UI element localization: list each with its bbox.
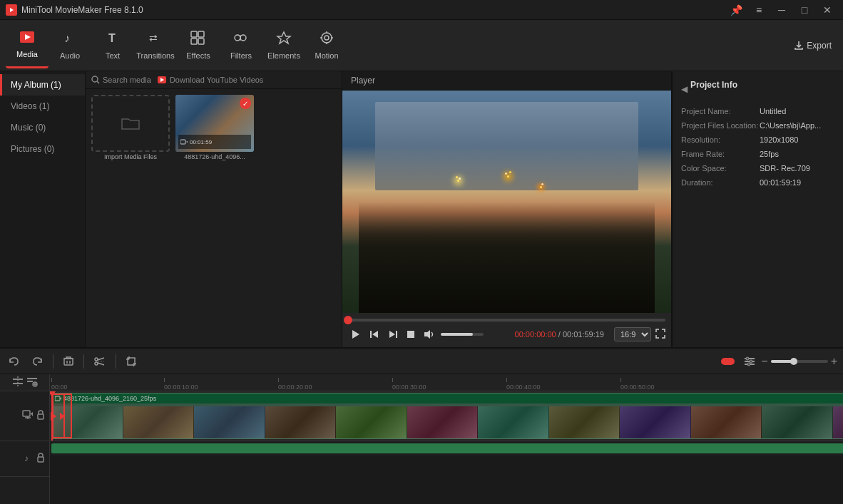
svg-point-12 bbox=[240, 35, 246, 41]
snap-button[interactable] bbox=[12, 376, 24, 389]
clip-thumbnail-strip bbox=[52, 406, 843, 438]
fullscreen-button[interactable] bbox=[655, 329, 665, 341]
zoom-out-button[interactable]: − bbox=[761, 355, 767, 368]
prev-frame-button[interactable] bbox=[367, 328, 382, 341]
import-media-label: Import Media Files bbox=[104, 153, 157, 160]
svg-rect-8 bbox=[198, 31, 204, 37]
info-label-5: Duration: bbox=[681, 178, 760, 187]
play-button[interactable] bbox=[348, 328, 364, 341]
tool-effects[interactable]: Effects bbox=[177, 23, 220, 68]
import-media-button[interactable] bbox=[91, 95, 170, 152]
maximize-button[interactable]: □ bbox=[795, 0, 814, 20]
zoom-in-button[interactable]: + bbox=[831, 355, 837, 368]
audio-bar-track bbox=[50, 441, 843, 456]
video-clip-0[interactable]: 4881726-uhd_4096_2160_25fps bbox=[51, 393, 843, 439]
tool-elements[interactable]: Elements bbox=[262, 23, 305, 68]
svg-marker-13 bbox=[277, 32, 290, 43]
info-value-0: Untitled bbox=[760, 107, 786, 115]
app-icon bbox=[6, 4, 17, 16]
volume-button[interactable] bbox=[421, 328, 438, 341]
download-youtube-label: Download YouTube Videos bbox=[170, 76, 264, 84]
svg-point-11 bbox=[235, 35, 240, 41]
audio-track bbox=[50, 456, 843, 491]
volume-slider[interactable] bbox=[441, 333, 484, 336]
delete-button[interactable] bbox=[61, 355, 76, 368]
tool-filters[interactable]: Filters bbox=[220, 23, 262, 68]
crop-button[interactable] bbox=[123, 355, 139, 368]
tool-text-label: Text bbox=[106, 51, 120, 60]
menu-button[interactable]: ≡ bbox=[749, 0, 769, 20]
stop-button[interactable] bbox=[404, 329, 418, 340]
video-track-lock[interactable] bbox=[36, 410, 45, 422]
window-controls: 📌 ≡ ─ □ ✕ bbox=[726, 0, 837, 20]
nav-my-album[interactable]: My Album (1) bbox=[0, 74, 85, 96]
next-frame-button[interactable] bbox=[385, 328, 401, 341]
tool-text[interactable]: T Text bbox=[91, 23, 134, 68]
nav-pictures[interactable]: Pictures (0) bbox=[0, 138, 85, 160]
undo-button[interactable] bbox=[6, 355, 23, 368]
svg-point-56 bbox=[747, 363, 750, 366]
player-panel: Player bbox=[342, 71, 672, 347]
pin-button[interactable]: 📌 bbox=[726, 0, 746, 20]
tool-motion[interactable]: Motion bbox=[305, 23, 348, 68]
svg-point-21 bbox=[92, 76, 98, 82]
audio-track-icon[interactable]: ♪ bbox=[24, 453, 34, 465]
video-track-controls bbox=[0, 391, 49, 441]
vts-frame-10 bbox=[762, 406, 833, 438]
svg-line-41 bbox=[98, 363, 104, 365]
tool-media[interactable]: Media bbox=[6, 23, 48, 68]
aspect-ratio-select[interactable]: 16:9 4:3 1:1 bbox=[614, 327, 651, 341]
tool-transitions[interactable]: ⇄ Transitions bbox=[134, 23, 177, 68]
panel-collapse-btn[interactable]: ◀ bbox=[681, 84, 688, 94]
zoom-slider[interactable] bbox=[771, 360, 828, 363]
audio-track-lock[interactable] bbox=[36, 453, 45, 465]
progress-thumb[interactable] bbox=[344, 316, 352, 324]
nav-music[interactable]: Music (0) bbox=[0, 117, 85, 138]
svg-text:T: T bbox=[108, 32, 116, 44]
svg-marker-29 bbox=[372, 331, 378, 338]
effects-icon bbox=[190, 31, 206, 48]
timeline-toolbar: − + bbox=[0, 349, 843, 374]
zoom-thumb bbox=[790, 358, 797, 365]
playhead[interactable] bbox=[51, 391, 53, 441]
video-scene bbox=[342, 91, 671, 313]
vts-frame-9 bbox=[691, 406, 762, 438]
time-total: 00:01:59:19 bbox=[563, 330, 604, 339]
media-thumb-0[interactable]: 00:01:59 ✓ bbox=[175, 95, 254, 152]
timeline-tracks-area: 00:00 00:00:10:00 00:00:20:00 00:00:30:0… bbox=[50, 374, 843, 504]
toolbar: Media ♪ Audio T Text ⇄ Transitions Effec… bbox=[0, 20, 843, 71]
svg-point-14 bbox=[322, 33, 332, 43]
cut-button[interactable] bbox=[91, 355, 108, 368]
clip-name-0: 4881726-uhd_4096_2160_25fps bbox=[63, 395, 156, 402]
nav-videos[interactable]: Videos (1) bbox=[0, 96, 85, 117]
download-youtube-button[interactable]: Download YouTube Videos bbox=[157, 76, 264, 84]
volume-fill bbox=[441, 333, 473, 336]
video-track-add-media[interactable] bbox=[22, 409, 34, 423]
timeline-ruler: 00:00 00:00:10:00 00:00:20:00 00:00:30:0… bbox=[50, 374, 843, 391]
vts-frame-11 bbox=[833, 406, 844, 438]
tool-audio[interactable]: ♪ Audio bbox=[48, 23, 91, 68]
progress-bar-container[interactable] bbox=[348, 316, 665, 324]
tool-elements-label: Elements bbox=[267, 51, 300, 60]
media-item-0: 00:01:59 ✓ 4881726-uhd_4096... bbox=[175, 95, 254, 160]
track-settings-button[interactable] bbox=[741, 355, 758, 368]
search-media-button[interactable]: Search media bbox=[91, 76, 151, 84]
add-track-button[interactable] bbox=[26, 376, 38, 389]
timeline-track-controls: ♪ bbox=[0, 374, 50, 504]
minimize-button[interactable]: ─ bbox=[772, 0, 792, 20]
svg-text:♪: ♪ bbox=[64, 32, 70, 44]
info-label-0: Project Name: bbox=[681, 107, 760, 115]
info-row-4: Color Space: SDR- Rec.709 bbox=[681, 164, 834, 173]
redo-button[interactable] bbox=[29, 355, 46, 368]
audio-green-bar bbox=[51, 443, 843, 453]
left-panel: My Album (1) Videos (1) Music (0) Pictur… bbox=[0, 71, 342, 347]
vts-frame-5 bbox=[407, 406, 479, 438]
close-button[interactable]: ✕ bbox=[817, 0, 837, 20]
progress-track[interactable] bbox=[348, 319, 665, 322]
info-row-3: Frame Rate: 25fps bbox=[681, 150, 834, 158]
export-button[interactable]: Export bbox=[788, 38, 837, 53]
media-duration-0: 00:01:59 bbox=[190, 139, 212, 145]
tool-transitions-label: Transitions bbox=[136, 51, 174, 60]
svg-rect-50 bbox=[725, 358, 731, 365]
record-button[interactable] bbox=[718, 355, 738, 368]
